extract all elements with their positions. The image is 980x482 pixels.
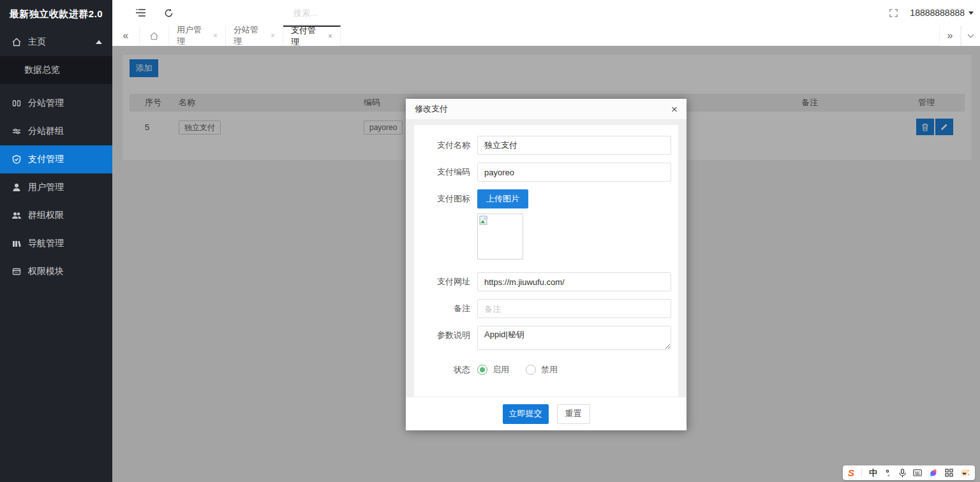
refresh-icon xyxy=(164,8,174,18)
caret-up-icon xyxy=(96,40,102,44)
skin-icon[interactable] xyxy=(929,469,938,478)
sidebar-item-label: 权限模块 xyxy=(28,266,64,277)
fullscreen-button[interactable] xyxy=(880,0,906,26)
keyboard-icon[interactable] xyxy=(913,469,922,476)
sidebar-item-perm-modules[interactable]: 权限模块 xyxy=(0,258,112,286)
close-icon[interactable]: × xyxy=(671,104,678,115)
sidebar-item-label: 分站管理 xyxy=(28,98,64,109)
sidebar-item-label: 导航管理 xyxy=(28,238,64,249)
columns-icon xyxy=(11,98,22,108)
sidebar-item-label: 分站群组 xyxy=(28,126,64,137)
radio-disable-label: 禁用 xyxy=(541,364,558,376)
sidebar-item-overview[interactable]: 数据总览 xyxy=(0,56,112,84)
app-window: 最新独立收款进群2.0 主页 数据总览 分站管理 分站群组 支付管理 用户管理 … xyxy=(0,0,980,482)
search-input[interactable] xyxy=(293,5,402,20)
tab-user-mgmt[interactable]: 用户管理 × xyxy=(169,26,226,46)
broken-image-icon xyxy=(479,215,489,226)
sidebar-item-substation[interactable]: 分站管理 xyxy=(0,89,112,117)
remark-input[interactable] xyxy=(477,299,671,318)
form-panel: 支付名称 支付编码 支付图标 上传图片 xyxy=(414,125,678,397)
chevron-down-icon xyxy=(967,34,974,38)
divider xyxy=(861,469,862,477)
mic-glyph-icon xyxy=(899,469,906,478)
home-icon xyxy=(149,31,159,41)
emoji-icon[interactable] xyxy=(960,469,970,477)
grid-glyph-icon xyxy=(945,469,953,477)
dialog-body: 支付名称 支付编码 支付图标 上传图片 xyxy=(406,120,687,397)
dialog-header: 修改支付 × xyxy=(406,99,687,120)
user-icon xyxy=(11,182,22,193)
pay-name-input[interactable] xyxy=(477,136,671,155)
tabs-scroll-right-button[interactable]: » xyxy=(939,26,961,46)
shield-check-icon xyxy=(11,154,22,164)
tab-substation-mgmt[interactable]: 分站管理 × xyxy=(226,26,283,46)
tabs-menu-button[interactable] xyxy=(961,26,980,46)
tab-label: 用户管理 xyxy=(177,24,207,47)
tabbar: « 用户管理 × 分站管理 × 支付管理 × » xyxy=(112,26,980,46)
upload-image-button[interactable]: 上传图片 xyxy=(477,189,528,208)
app-title: 最新独立收款进群2.0 xyxy=(0,0,112,28)
sidebar-item-label: 用户管理 xyxy=(28,182,64,193)
chinese-mode-icon[interactable]: 中 xyxy=(869,467,877,479)
users-icon xyxy=(11,210,22,221)
punctuation-glyph-icon xyxy=(884,469,892,477)
fullscreen-icon xyxy=(889,8,898,18)
dialog-title: 修改支付 xyxy=(415,103,671,115)
tab-close-icon[interactable]: × xyxy=(328,32,332,41)
pay-code-input[interactable] xyxy=(477,163,671,182)
module-grid-icon xyxy=(11,267,22,277)
home-icon xyxy=(11,37,22,47)
collapse-sidebar-button[interactable] xyxy=(128,0,153,26)
field-params: 参数说明 Appid|秘钥 xyxy=(414,326,678,353)
collapse-menu-icon xyxy=(135,8,146,17)
microphone-icon[interactable] xyxy=(899,469,906,478)
sidebar-item-label: 群组权限 xyxy=(28,210,64,221)
pay-code-label: 支付编码 xyxy=(414,163,470,182)
submit-button[interactable]: 立即提交 xyxy=(503,404,549,424)
params-label: 参数说明 xyxy=(414,326,470,353)
params-textarea[interactable]: Appid|秘钥 xyxy=(477,326,671,350)
icon-preview-box xyxy=(477,214,523,259)
sidebar-item-navigation[interactable]: 导航管理 xyxy=(0,230,112,258)
edit-payment-dialog: 修改支付 × 支付名称 支付编码 支付图标 上传图片 xyxy=(406,99,687,430)
status-label: 状态 xyxy=(414,360,470,379)
field-pay-icon: 支付图标 上传图片 xyxy=(414,189,678,259)
ime-toolbar: S 中 xyxy=(843,465,975,480)
sidebar-item-payment[interactable]: 支付管理 xyxy=(0,145,112,173)
radio-disable[interactable]: 禁用 xyxy=(526,364,558,376)
keyboard-glyph-icon xyxy=(913,469,922,476)
caret-down-icon xyxy=(969,11,974,15)
sogou-logo-icon[interactable]: S xyxy=(848,467,854,478)
refresh-button[interactable] xyxy=(156,0,181,26)
radio-enable[interactable]: 启用 xyxy=(477,364,509,376)
field-remark: 备注 xyxy=(414,299,678,318)
tab-payment-mgmt[interactable]: 支付管理 × xyxy=(283,26,341,46)
tab-close-icon[interactable]: × xyxy=(271,31,275,40)
pay-icon-label: 支付图标 xyxy=(414,189,470,259)
field-pay-code: 支付编码 xyxy=(414,163,678,182)
toolbox-icon[interactable] xyxy=(945,469,953,477)
pay-name-label: 支付名称 xyxy=(414,136,470,155)
field-pay-name: 支付名称 xyxy=(414,136,678,155)
books-icon xyxy=(11,238,22,249)
field-status: 状态 启用 禁用 xyxy=(414,360,678,379)
tab-home[interactable] xyxy=(140,26,169,46)
tabs-scroll-left-button[interactable]: « xyxy=(112,26,140,46)
pay-url-input[interactable] xyxy=(477,272,671,291)
radio-enable-label: 启用 xyxy=(493,364,509,376)
pay-url-label: 支付网址 xyxy=(414,272,470,291)
emoji-glyph-icon xyxy=(960,469,970,477)
sidebar-item-home[interactable]: 主页 xyxy=(0,28,112,56)
reset-button[interactable]: 重置 xyxy=(557,404,590,424)
tab-close-icon[interactable]: × xyxy=(213,31,218,40)
skin-glyph-icon xyxy=(929,469,938,478)
sidebar-item-substation-groups[interactable]: 分站群组 xyxy=(0,117,112,145)
sidebar-item-group-perms[interactable]: 群组权限 xyxy=(0,201,112,230)
account-dropdown[interactable]: 18888888888 xyxy=(910,0,974,26)
remark-label: 备注 xyxy=(414,299,470,318)
sidebar: 最新独立收款进群2.0 主页 数据总览 分站管理 分站群组 支付管理 用户管理 … xyxy=(0,0,112,482)
tab-label: 分站管理 xyxy=(234,24,264,47)
sidebar-item-users[interactable]: 用户管理 xyxy=(0,173,112,201)
chevrons-left-icon: « xyxy=(123,30,129,41)
punctuation-icon[interactable] xyxy=(884,469,892,477)
